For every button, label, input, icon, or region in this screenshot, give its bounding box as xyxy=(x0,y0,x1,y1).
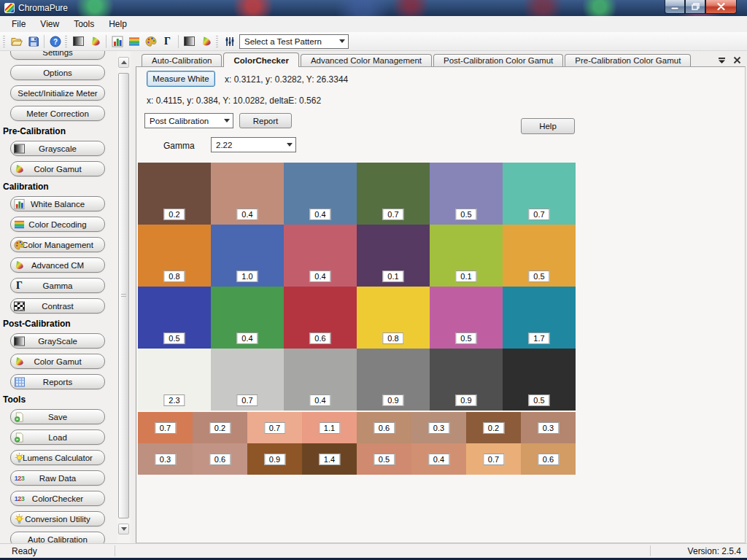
white-balance-bars-icon xyxy=(14,198,25,209)
sidebar-item-color-decoding[interactable]: Color Decoding xyxy=(10,217,105,232)
colorchecker-swatch: 0.4 xyxy=(284,349,357,411)
delta-e-label: 0.4 xyxy=(309,271,330,282)
tab-list-menu-icon[interactable] xyxy=(718,54,726,67)
calibration-mode-select[interactable]: Post Calibration xyxy=(144,113,233,128)
minimize-button[interactable] xyxy=(665,0,685,14)
sidebar-item-reports[interactable]: Reports xyxy=(10,374,105,389)
sidebar-item-grayscale[interactable]: Grayscale xyxy=(10,141,105,156)
palette-icon xyxy=(14,239,25,250)
sidebar-item-label: Save xyxy=(48,413,67,421)
sidebar-item-contrast[interactable]: Contrast xyxy=(10,298,105,314)
version-text: Version: 2.5.4 xyxy=(688,546,741,556)
toolbar-rainbow-gradient-button[interactable] xyxy=(125,34,142,49)
sidebar-item-save[interactable]: Save xyxy=(10,409,105,424)
sidebar-item-label: Load xyxy=(48,433,67,442)
delta-e-label: 0.5 xyxy=(455,209,476,220)
colorchecker-swatch: 0.3 xyxy=(411,412,466,443)
sidebar-item-lumens-calculator[interactable]: Lumens Calculator xyxy=(10,450,105,465)
delta-e-label: 0.7 xyxy=(483,454,504,465)
colorchecker-tab-content: Measure White x: 0.3121, y: 0.3282, Y: 2… xyxy=(136,66,746,543)
menu-file[interactable]: File xyxy=(4,17,33,31)
toolbar-white-balance-bars-button[interactable] xyxy=(109,34,125,49)
sidebar-item-white-balance[interactable]: White Balance xyxy=(10,196,105,211)
delta-e-label: 0.4 xyxy=(236,209,258,220)
gamma-icon: Γ xyxy=(14,280,25,291)
gamma-select[interactable]: 2.22 xyxy=(211,137,296,152)
toolbar-save-floppy-button[interactable] xyxy=(25,34,42,49)
sidebar-item-auto-calibration[interactable]: Auto Calibration xyxy=(10,532,105,543)
delta-e-label: 0.1 xyxy=(455,271,476,282)
sidebar-item-settings[interactable]: Settings xyxy=(10,51,105,60)
grayscale-gradient-icon xyxy=(14,143,25,154)
sidebar-item-select-initialize-meter[interactable]: Select/Initialize Meter xyxy=(10,85,105,101)
toolbar-palette-button[interactable] xyxy=(142,34,159,49)
toolbar-help-button[interactable]: ? xyxy=(47,34,63,49)
status-separator xyxy=(115,545,115,556)
toolbar-gamma-button[interactable]: Γ xyxy=(159,34,176,49)
scroll-up-icon[interactable] xyxy=(118,57,129,68)
toolbar-grayscale-gradient-button[interactable] xyxy=(70,34,87,49)
delta-e-label: 0.4 xyxy=(236,332,258,344)
scrollbar-thumb[interactable] xyxy=(118,73,129,518)
digits-123-icon: 123 xyxy=(14,472,25,483)
menu-tools[interactable]: Tools xyxy=(66,17,101,31)
sidebar-item-label: Advanced CM xyxy=(31,261,84,270)
colorchecker-swatch: 1.4 xyxy=(302,443,357,475)
sidebar-scrollbar[interactable] xyxy=(117,51,130,543)
delta-e-label: 0.5 xyxy=(374,454,395,465)
scroll-down-icon[interactable] xyxy=(118,524,129,534)
sidebar-item-colorchecker[interactable]: 123ColorChecker xyxy=(10,491,105,506)
tab-pre-calibration-color-gamut[interactable]: Pre-Calibration Color Gamut xyxy=(565,54,691,66)
colorchecker-swatch: 0.6 xyxy=(521,443,576,475)
toolbar-grayscale-gradient-button[interactable] xyxy=(181,34,198,49)
sidebar-item-color-gamut[interactable]: Color Gamut xyxy=(10,354,105,369)
sidebar-item-conversion-utility[interactable]: Conversion Utility xyxy=(10,511,105,526)
colorchecker-swatch: 0.2 xyxy=(193,412,247,443)
toolbar-grip[interactable] xyxy=(65,36,67,47)
sidebar-item-advanced-cm[interactable]: Advanced CM xyxy=(10,257,105,273)
cie-triangle-icon xyxy=(14,260,25,271)
colorchecker-swatch: 0.5 xyxy=(503,349,576,411)
sidebar-item-raw-data[interactable]: 123Raw Data xyxy=(10,470,105,486)
section-header-calibration: Calibration xyxy=(3,182,115,192)
sidebar-item-label: Grayscale xyxy=(39,144,77,153)
sidebar-item-grayscale[interactable]: GrayScale xyxy=(10,333,105,349)
close-button[interactable] xyxy=(705,0,737,14)
app-logo-icon xyxy=(4,3,15,13)
toolbar-test-pattern-sliders-button[interactable] xyxy=(221,34,238,49)
sidebar-item-load[interactable]: Load xyxy=(10,429,105,445)
tab-post-calibration-color-gamut[interactable]: Post-Calibration Color Gamut xyxy=(433,54,563,66)
colorchecker-swatch: 0.7 xyxy=(503,163,576,225)
delta-e-label: 0.4 xyxy=(309,394,330,406)
tab-close-icon[interactable] xyxy=(733,54,741,67)
measure-white-button[interactable]: Measure White xyxy=(147,71,215,87)
toolbar-cie-triangle-button[interactable] xyxy=(87,34,104,49)
colorchecker-swatch: 0.2 xyxy=(138,163,211,225)
toolbar-cie-triangle-button[interactable] xyxy=(198,34,214,49)
tab-auto-calibration[interactable]: Auto-Calibration xyxy=(142,54,222,66)
menu-help[interactable]: Help xyxy=(101,17,134,31)
sample-reading: x: 0.4115, y: 0.384, Y: 10.0282, deltaE:… xyxy=(147,96,321,106)
colorchecker-swatch: 0.5 xyxy=(430,287,503,349)
colorchecker-swatch: 0.3 xyxy=(521,412,576,443)
sidebar-item-gamma[interactable]: ΓGamma xyxy=(10,278,105,293)
test-pattern-select[interactable]: Select a Test Pattern xyxy=(239,34,349,49)
tab-colorchecker[interactable]: ColorChecker xyxy=(223,52,298,67)
toolbar-open-folder-button[interactable] xyxy=(8,34,25,49)
sidebar-item-color-gamut[interactable]: Color Gamut xyxy=(10,161,105,176)
sidebar-item-options[interactable]: Options xyxy=(10,65,105,80)
report-button[interactable]: Report xyxy=(239,113,292,128)
tab-bar: Auto-CalibrationColorCheckerAdvanced Col… xyxy=(136,51,746,66)
delta-e-label: 0.5 xyxy=(528,394,549,406)
tab-advanced-color-management[interactable]: Advanced Color Management xyxy=(301,54,432,66)
restore-button[interactable] xyxy=(685,0,705,14)
section-header-pre-calibration: Pre-Calibration xyxy=(3,126,115,136)
toolbar-grip[interactable] xyxy=(216,36,218,47)
colorchecker-swatch: 0.9 xyxy=(430,349,503,411)
toolbar-grip[interactable] xyxy=(3,36,5,47)
gamma-icon: Γ xyxy=(162,36,174,47)
sidebar-item-color-management[interactable]: Color Management xyxy=(10,237,105,252)
sidebar-item-meter-correction[interactable]: Meter Correction xyxy=(10,106,105,121)
help-button[interactable]: Help xyxy=(521,118,575,134)
menu-view[interactable]: View xyxy=(33,17,66,31)
